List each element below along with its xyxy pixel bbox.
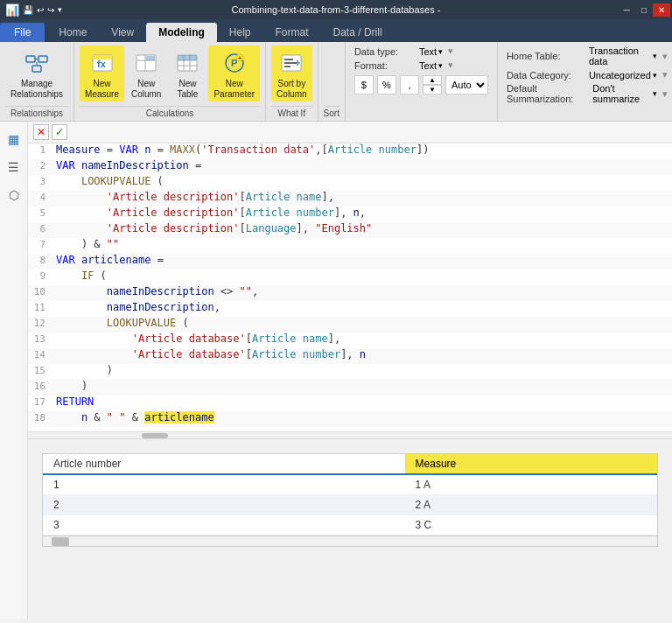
maximize-button[interactable]: □ [636, 4, 652, 17]
sidebar-icon-data[interactable]: ☰ [4, 157, 24, 178]
table-scroll-thumb[interactable] [52, 537, 69, 546]
format-value[interactable]: Text [419, 60, 443, 71]
what-if-group-label: What If [271, 106, 312, 121]
relationships-icon [24, 51, 49, 75]
code-line-4: 4 'Article description'[Article name], [28, 191, 672, 206]
new-table-button[interactable]: New Table [168, 46, 206, 102]
svg-rect-17 [178, 55, 197, 60]
svg-rect-2 [32, 66, 41, 72]
decimal-down-button[interactable]: ▼ [423, 85, 442, 94]
undo-icon[interactable]: ↩ [37, 5, 44, 15]
new-parameter-label: New Parameter [214, 79, 255, 100]
relationships-group-label: Relationships [5, 106, 68, 121]
table-row: 1 1 A [43, 474, 657, 495]
editor-scrollbar[interactable] [28, 432, 672, 439]
default-summarization-label: Default Summarization: [507, 83, 589, 104]
code-line-12: 12 LOOKUPVALUE ( [28, 317, 672, 332]
new-parameter-button[interactable]: P + New Parameter [208, 46, 260, 102]
svg-rect-7 [93, 55, 112, 60]
decimal-up-button[interactable]: ▲ [423, 75, 442, 85]
tab-data-drill[interactable]: Data / Drill [321, 23, 395, 42]
svg-rect-0 [26, 56, 35, 62]
code-line-5: 5 'Article description'[Article number],… [28, 206, 672, 222]
home-table-value[interactable]: Transaction data [589, 46, 657, 66]
close-button[interactable]: ✕ [653, 4, 670, 17]
data-table-wrapper: Article number Measure 1 1 A [42, 453, 658, 547]
code-line-1: 1 Measure = VAR n = MAXX('Transaction da… [28, 144, 672, 159]
default-summarization-value[interactable]: Don't summarize [592, 83, 657, 104]
table-row: 3 3 C [43, 515, 657, 536]
decimal-buttons: ▲ ▼ [423, 75, 442, 94]
sort-group-label: Sort [324, 106, 340, 121]
tab-modeling[interactable]: Modeling [146, 23, 217, 42]
code-line-18: 18 n & " " & articlename [28, 411, 672, 427]
code-line-2: 2 VAR nameInDescription = [28, 159, 672, 175]
table-icon [175, 51, 200, 75]
data-category-dropdown-arrow: ▾ [662, 69, 668, 80]
data-type-value[interactable]: Text [419, 46, 443, 57]
svg-text:+: + [238, 55, 242, 61]
formula-cancel-button[interactable]: ✕ [33, 124, 49, 140]
percent-button[interactable]: % [377, 75, 396, 94]
data-category-value[interactable]: Uncategorized [589, 70, 657, 80]
redo-icon[interactable]: ↪ [47, 5, 54, 15]
sidebar-icon-model[interactable]: ⬡ [4, 185, 24, 206]
tab-file[interactable]: File [0, 23, 45, 42]
tab-format[interactable]: Format [263, 23, 321, 42]
column-icon [134, 51, 158, 75]
svg-text:fx: fx [97, 59, 107, 69]
manage-relationships-label: Manage Relationships [10, 79, 63, 100]
new-measure-label: New Measure [85, 79, 119, 100]
data-type-dropdown-arrow: ▾ [448, 46, 453, 57]
editor-area: ✕ ✓ 1 Measure = VAR n = MAXX('Transactio… [28, 122, 672, 620]
tab-home[interactable]: Home [46, 23, 99, 42]
new-column-label: New Column [131, 79, 161, 100]
new-column-button[interactable]: New Column [126, 46, 166, 102]
cell-article-number-1: 1 [43, 474, 405, 495]
data-type-label: Data type: [354, 46, 416, 57]
sort-icon [279, 51, 304, 75]
tab-view[interactable]: View [99, 23, 146, 42]
format-dropdown-arrow: ▾ [448, 60, 453, 71]
col-header-measure[interactable]: Measure [405, 454, 657, 474]
new-table-label: New Table [177, 79, 198, 100]
minimize-button[interactable]: ─ [619, 4, 635, 17]
quick-access-toolbar: 📊 💾 ↩ ↪ ▾ [0, 0, 62, 19]
code-line-14: 14 'Article database'[Article number], n [28, 348, 672, 364]
dollar-button[interactable]: $ [354, 75, 374, 94]
formula-confirm-button[interactable]: ✓ [52, 124, 67, 140]
home-table-label: Home Table: [507, 51, 585, 61]
sort-by-column-button[interactable]: Sort by Column [271, 46, 312, 102]
format-label: Format: [354, 60, 416, 71]
data-table: Article number Measure 1 1 A [43, 454, 657, 536]
auto-select[interactable]: Auto [445, 75, 488, 94]
editor-scroll-thumb[interactable] [142, 433, 168, 438]
save-icon[interactable]: 💾 [23, 5, 33, 15]
code-line-13: 13 'Article database'[Article name], [28, 332, 672, 348]
code-line-10: 10 nameInDescription <> "", [28, 285, 672, 301]
code-line-7: 7 ) & "" [28, 238, 672, 254]
cell-measure-1: 1 A [405, 474, 657, 495]
comma-button[interactable]: , [400, 75, 419, 94]
table-horizontal-scrollbar[interactable] [43, 536, 657, 546]
ribbon-group-what-if: Sort by Column What If [266, 42, 318, 121]
code-editor[interactable]: 1 Measure = VAR n = MAXX('Transaction da… [28, 144, 672, 432]
sidebar: ▦ ☰ ⬡ [0, 122, 28, 620]
manage-relationships-button[interactable]: Manage Relationships [5, 46, 68, 102]
cell-article-number-2: 2 [43, 495, 405, 515]
ribbon-tabs: File Home View Modeling Help Format Data… [0, 19, 672, 42]
new-measure-button[interactable]: fx New Measure [80, 46, 124, 102]
code-line-3: 3 LOOKUPVALUE ( [28, 175, 672, 191]
code-line-6: 6 'Article description'[Language], "Engl… [28, 222, 672, 238]
calculations-group-label: Calculations [80, 106, 260, 121]
code-line-17: 17 RETURN [28, 396, 672, 411]
code-line-15: 15 ) [28, 364, 672, 380]
svg-rect-1 [38, 56, 47, 62]
col-header-article-number[interactable]: Article number [43, 454, 405, 474]
dropdown-icon[interactable]: ▾ [58, 5, 62, 14]
tab-help[interactable]: Help [217, 23, 263, 42]
cell-measure-2: 2 A [405, 495, 657, 515]
parameter-icon: P + [222, 51, 247, 75]
sidebar-icon-report[interactable]: ▦ [4, 129, 24, 150]
measure-icon: fx [90, 51, 115, 75]
